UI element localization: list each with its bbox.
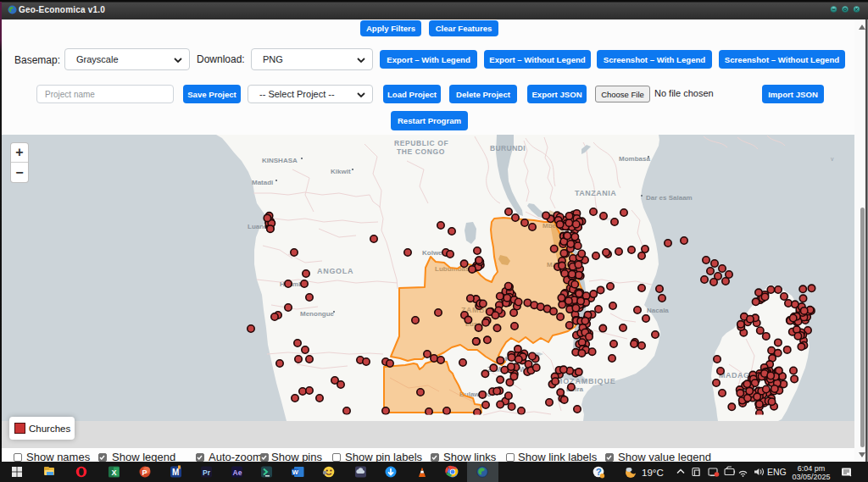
svg-text:Pr: Pr: [203, 468, 211, 477]
svg-text:Mombasa: Mombasa: [619, 155, 650, 163]
svg-text:X: X: [112, 468, 117, 477]
svg-text:Dar es Salaam: Dar es Salaam: [646, 194, 693, 202]
svg-text:03/05/2025: 03/05/2025: [792, 473, 830, 481]
svg-text:TANZANIA: TANZANIA: [575, 189, 616, 197]
svg-text:Ae: Ae: [233, 468, 242, 477]
svg-text:ANGOLA: ANGOLA: [317, 267, 353, 275]
svg-text:Kikwit: Kikwit: [331, 168, 351, 175]
svg-text:Matadi: Matadi: [252, 179, 273, 186]
svg-text:P: P: [142, 468, 147, 477]
svg-text:REPUBLIC OF: REPUBLIC OF: [394, 139, 448, 147]
svg-text:6:04 pm: 6:04 pm: [798, 464, 826, 473]
svg-text:ENG: ENG: [767, 467, 787, 477]
svg-text:MOZAMBIQUE: MOZAMBIQUE: [556, 377, 616, 385]
svg-text:M: M: [172, 468, 179, 477]
svg-text:Menongue: Menongue: [300, 310, 335, 318]
svg-text:BURUNDI: BURUNDI: [490, 144, 526, 152]
svg-text:v: v: [831, 156, 834, 162]
svg-text:Nacala: Nacala: [647, 307, 669, 314]
svg-text:19°C: 19°C: [642, 468, 664, 478]
svg-text:THE CONGO: THE CONGO: [397, 147, 445, 156]
svg-text:W: W: [292, 468, 299, 476]
svg-text:KINSHASA: KINSHASA: [262, 157, 298, 164]
